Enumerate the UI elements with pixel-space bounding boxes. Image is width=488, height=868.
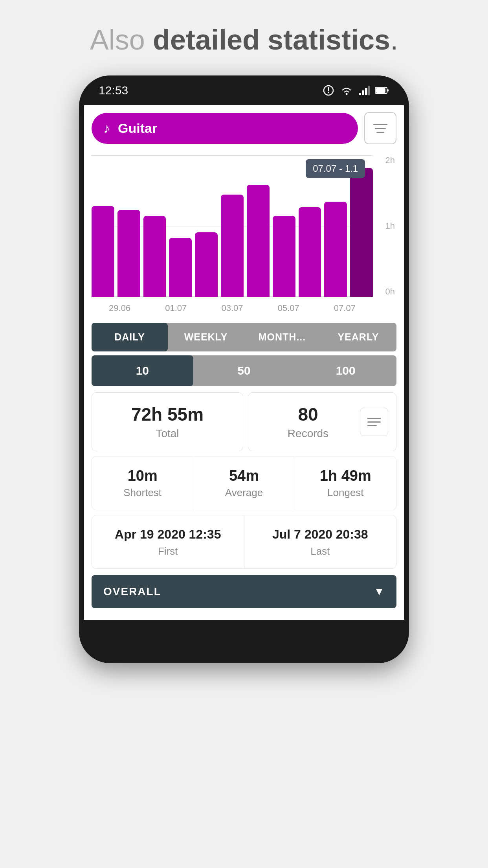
stats-dates-row: Apr 19 2020 12:35 First Jul 7 2020 20:38…: [92, 515, 396, 569]
first-label: First: [158, 545, 178, 557]
grid-top: [92, 155, 373, 156]
overall-label: OVERALL: [103, 585, 161, 598]
average-label: Average: [225, 487, 263, 499]
longest-label: Longest: [327, 487, 364, 499]
tooltip-text: 07.07 - 1.1: [313, 163, 358, 174]
total-label: Total: [156, 427, 179, 440]
tab-daily[interactable]: DAILY: [92, 323, 168, 351]
filter-line-1: [373, 124, 387, 125]
bar-6: [221, 195, 244, 297]
bar-group-5: [195, 157, 218, 297]
total-card: 72h 55m Total: [92, 392, 243, 451]
x-label-4: 05.07: [278, 303, 299, 313]
bar-3: [143, 216, 166, 297]
status-time: 12:53: [99, 84, 128, 97]
svg-point-3: [346, 93, 348, 95]
bar-1: [92, 206, 114, 297]
battery-icon: [375, 86, 389, 94]
average-card: 54m Average: [193, 456, 295, 510]
list-button[interactable]: [360, 408, 388, 436]
records-info: 80 Records: [256, 404, 360, 440]
bottom-bar[interactable]: OVERALL ▼: [92, 575, 396, 608]
bar-11: [350, 168, 373, 297]
bar-group-4: [169, 157, 192, 297]
bar-group-6: [221, 157, 244, 297]
records-label: Records: [288, 427, 328, 440]
bar-4: [169, 238, 192, 297]
last-label: Last: [310, 545, 330, 557]
phone-bottom: [84, 620, 404, 640]
signal-icon: [359, 86, 370, 95]
shortest-label: Shortest: [123, 487, 161, 499]
phone-screen: ♪ Guitar 2h 1h 0h: [84, 105, 404, 620]
phone-chin: [79, 640, 409, 663]
bar-5: [195, 232, 218, 297]
bar-group-1: [92, 157, 114, 297]
heading-end: .: [390, 24, 398, 55]
instrument-label: Guitar: [118, 121, 157, 136]
first-card: Apr 19 2020 12:35 First: [92, 515, 244, 568]
longest-card: 1h 49m Longest: [295, 456, 396, 510]
x-label-5: 07.07: [334, 303, 356, 313]
bar-7: [247, 185, 270, 297]
bar-group-8: [273, 157, 295, 297]
bar-9: [299, 207, 321, 297]
bar-10: [324, 202, 347, 297]
stats-main-row: 72h 55m Total 80 Records: [92, 392, 396, 451]
records-value: 80: [298, 404, 318, 425]
average-value: 54m: [229, 467, 259, 484]
list-icon: [367, 418, 381, 426]
bar-group-2: [117, 157, 140, 297]
first-value: Apr 19 2020 12:35: [115, 526, 221, 543]
tab-monthly[interactable]: MONTH...: [244, 323, 320, 351]
y-label-0h: 0h: [385, 287, 395, 297]
chart-container: 2h 1h 0h: [92, 151, 396, 316]
chart-tooltip: 07.07 - 1.1: [306, 159, 365, 178]
status-icons: [323, 85, 389, 96]
stats-three-row: 10m Shortest 54m Average 1h 49m Longest: [92, 456, 396, 510]
longest-value: 1h 49m: [320, 467, 371, 484]
wifi-icon: [340, 85, 353, 96]
filter-icon: [373, 124, 387, 133]
filter-button[interactable]: [364, 112, 396, 144]
music-note-icon: ♪: [103, 121, 110, 136]
count-tabs: 10 50 100: [92, 355, 396, 386]
x-label-2: 01.07: [165, 303, 187, 313]
bar-group-7: [247, 157, 270, 297]
dropdown-arrow-icon: ▼: [374, 585, 385, 598]
phone-frame: 12:53: [79, 75, 409, 663]
total-value: 72h 55m: [131, 404, 204, 425]
count-50[interactable]: 50: [193, 355, 295, 386]
last-value: Jul 7 2020 20:38: [272, 526, 368, 543]
filter-line-2: [375, 128, 386, 129]
y-label-1h: 1h: [385, 221, 395, 231]
period-tabs: DAILY WEEKLY MONTH... YEARLY: [92, 323, 396, 351]
svg-rect-6: [365, 88, 367, 95]
chart-y-axis: 2h 1h 0h: [385, 155, 395, 297]
instrument-button[interactable]: ♪ Guitar: [92, 113, 358, 144]
svg-rect-4: [359, 93, 361, 95]
chart-x-axis: 29.06 01.07 03.07 05.07 07.07: [92, 303, 373, 313]
svg-rect-7: [368, 86, 370, 95]
x-label-1: 29.06: [109, 303, 130, 313]
shortest-card: 10m Shortest: [92, 456, 193, 510]
filter-line-3: [376, 132, 384, 133]
svg-rect-10: [376, 88, 385, 93]
bar-group-3: [143, 157, 166, 297]
status-bar: 12:53: [79, 75, 409, 105]
bar-2: [117, 210, 140, 297]
app-header: ♪ Guitar: [84, 105, 404, 151]
x-label-3: 03.07: [221, 303, 243, 313]
svg-point-2: [328, 92, 329, 93]
bar-8: [273, 216, 295, 297]
tab-yearly[interactable]: YEARLY: [320, 323, 396, 351]
heading-bold: detailed statistics: [153, 24, 390, 55]
count-100[interactable]: 100: [295, 355, 396, 386]
count-10[interactable]: 10: [92, 355, 193, 386]
tab-weekly[interactable]: WEEKLY: [168, 323, 244, 351]
svg-rect-9: [387, 89, 389, 92]
records-card: 80 Records: [248, 392, 396, 451]
y-label-2h: 2h: [385, 155, 395, 166]
last-card: Jul 7 2020 20:38 Last: [244, 515, 396, 568]
page-heading: Also detailed statistics.: [90, 24, 398, 56]
